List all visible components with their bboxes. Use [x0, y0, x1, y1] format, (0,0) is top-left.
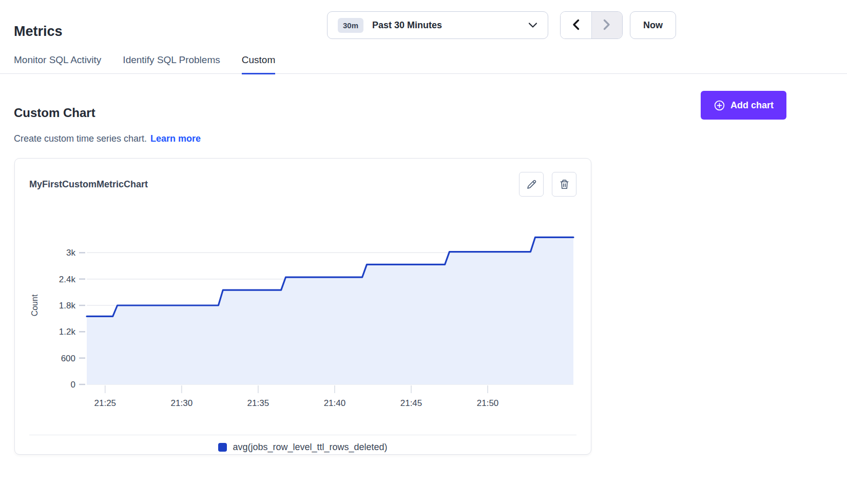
time-range-dropdown[interactable]: 30m Past 30 Minutes — [327, 11, 548, 39]
legend-divider — [29, 435, 576, 435]
chart-actions — [519, 172, 576, 197]
time-range-label: Past 30 Minutes — [372, 20, 528, 31]
tab-custom[interactable]: Custom — [242, 51, 275, 74]
add-chart-button[interactable]: Add chart — [701, 91, 786, 120]
svg-text:600: 600 — [61, 354, 75, 363]
svg-text:1.2k: 1.2k — [59, 327, 76, 337]
time-range-pager — [560, 11, 623, 39]
delete-chart-button[interactable] — [552, 172, 576, 197]
trash-icon — [559, 179, 570, 190]
chevron-left-icon — [572, 19, 580, 32]
next-range-button[interactable] — [591, 12, 623, 38]
legend-label: avg(jobs_row_level_ttl_rows_deleted) — [233, 442, 387, 453]
svg-text:21:40: 21:40 — [324, 398, 346, 408]
tab-bar: Monitor SQL Activity Identify SQL Proble… — [0, 51, 847, 74]
timeseries-chart: 06001.2k1.8k2.4k3k21:2521:3021:3521:4021… — [29, 209, 578, 414]
svg-text:1.8k: 1.8k — [59, 301, 76, 311]
svg-text:3k: 3k — [66, 248, 75, 258]
page-title: Metrics — [14, 24, 63, 40]
plus-circle-icon — [714, 100, 725, 111]
previous-range-button[interactable] — [561, 12, 591, 38]
svg-text:21:35: 21:35 — [247, 398, 270, 408]
svg-text:21:50: 21:50 — [477, 398, 499, 408]
svg-text:21:25: 21:25 — [94, 398, 117, 408]
chart-legend[interactable]: avg(jobs_row_level_ttl_rows_deleted) — [29, 442, 576, 453]
svg-text:21:45: 21:45 — [400, 398, 422, 408]
svg-text:2.4k: 2.4k — [59, 275, 76, 284]
svg-text:21:30: 21:30 — [171, 398, 193, 408]
chevron-right-icon — [603, 19, 611, 32]
section-title: Custom Chart — [14, 106, 95, 120]
tab-monitor-sql-activity[interactable]: Monitor SQL Activity — [14, 51, 101, 74]
pencil-icon — [526, 179, 537, 190]
chevron-down-icon — [528, 22, 537, 28]
section-subtitle: Create custom time series chart.Learn mo… — [14, 133, 201, 144]
custom-chart-card: MyFirstCustomMetricChart — [14, 158, 591, 455]
chart-card-header: MyFirstCustomMetricChart — [29, 172, 576, 197]
tab-identify-sql-problems[interactable]: Identify SQL Problems — [123, 51, 220, 74]
svg-text:Count: Count — [30, 294, 39, 316]
add-chart-label: Add chart — [730, 100, 774, 111]
legend-swatch-icon — [218, 443, 227, 452]
svg-text:0: 0 — [71, 380, 75, 390]
edit-chart-button[interactable] — [519, 172, 544, 197]
chart-title: MyFirstCustomMetricChart — [29, 179, 148, 190]
time-range-badge: 30m — [338, 18, 363, 33]
learn-more-link[interactable]: Learn more — [150, 133, 201, 144]
subtitle-text: Create custom time series chart. — [14, 133, 147, 144]
now-button[interactable]: Now — [630, 11, 676, 39]
